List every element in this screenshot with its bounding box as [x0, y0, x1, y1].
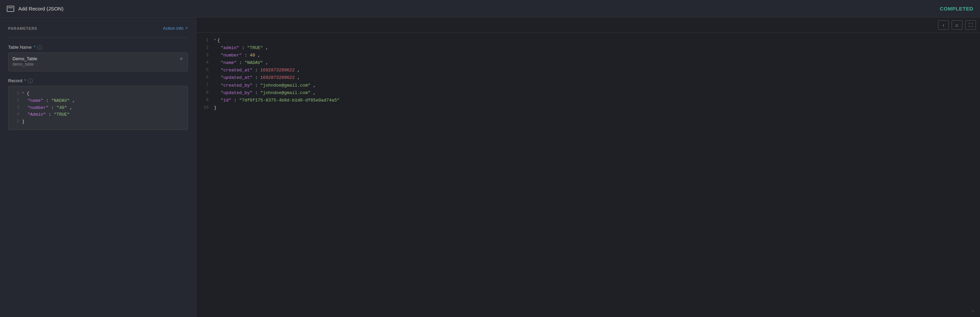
record-line-2: 2 "name" : "NADAV" ,	[13, 97, 183, 105]
status-badge: COMPLETED	[940, 6, 973, 11]
output-line-7: 7 "created_by" : "johndoe@gmail.com" ,	[202, 82, 975, 89]
output-line-3: 3 "number" : 40 ,	[202, 52, 975, 59]
back-icon: ‹	[943, 22, 945, 28]
right-panel: ‹ ⌕ ⛶ 1 ▾ { 2 "admin" : "TRUE	[196, 17, 980, 317]
top-bar: Add Record (JSON) COMPLETED	[0, 0, 980, 17]
back-button[interactable]: ‹	[938, 20, 949, 30]
window-icon	[7, 6, 14, 12]
record-required: *	[24, 78, 26, 83]
output-line-4: 4 "name" : "NADAV" ,	[202, 59, 975, 67]
right-toolbar: ‹ ⌕ ⛶	[196, 17, 980, 33]
record-line-5: 5 }	[13, 119, 183, 125]
table-name-group: Table Name * i Demo_Table demo_table ×	[8, 44, 188, 71]
action-info-label: Action info	[163, 26, 183, 31]
clear-table-name-button[interactable]: ×	[179, 56, 183, 62]
output-line-6: 6 "updated_at" : 1692873289622 ,	[202, 74, 975, 82]
search-icon: ⌕	[955, 22, 959, 28]
expand-icon: ⛶	[969, 23, 972, 27]
left-panel: PARAMETERS Action info ↗ Table Name * i …	[0, 17, 196, 317]
section-header: PARAMETERS Action info ↗	[8, 26, 188, 31]
record-group: Record * i 1 ▾ { 2 "name" :	[8, 78, 188, 130]
table-name-label-row: Table Name * i	[8, 44, 188, 50]
output-line-9: 9 "id" : "7df0f175-8375-4b8d-b1d0-df85e0…	[202, 97, 975, 104]
top-bar-left: Add Record (JSON)	[7, 6, 63, 12]
table-name-required: *	[33, 44, 35, 50]
external-link-icon: ↗	[185, 26, 188, 30]
bottom-chevron: ⌄	[971, 306, 975, 313]
record-label-row: Record * i	[8, 78, 188, 83]
params-label: PARAMETERS	[8, 26, 37, 30]
search-button[interactable]: ⌕	[951, 20, 963, 30]
output-line-1: 1 ▾ {	[202, 37, 975, 44]
record-line-4: 4 "Admin" : "TRUE"	[13, 111, 183, 119]
expand-button[interactable]: ⛶	[965, 20, 976, 30]
output-line-8: 8 "updated_by" : "johndoe@gmail.com" ,	[202, 89, 975, 97]
main-layout: PARAMETERS Action info ↗ Table Name * i …	[0, 17, 980, 317]
divider	[8, 38, 188, 38]
page-title: Add Record (JSON)	[18, 6, 63, 11]
record-line-1: 1 ▾ {	[13, 90, 183, 97]
table-name-values: Demo_Table demo_table	[13, 56, 37, 67]
table-name-info-icon: i	[37, 45, 42, 50]
record-label: Record	[8, 78, 22, 83]
table-name-secondary: demo_table	[13, 62, 37, 67]
output-line-5: 5 "created_at" : 1692873289622 ,	[202, 67, 975, 74]
output-line-10: 10 }	[202, 104, 975, 112]
json-output: 1 ▾ { 2 "admin" : "TRUE" , 3 "number"	[196, 33, 980, 317]
record-editor[interactable]: 1 ▾ { 2 "name" : "NADAV" , 3	[8, 86, 188, 130]
table-name-input[interactable]: Demo_Table demo_table ×	[8, 52, 188, 71]
output-line-2: 2 "admin" : "TRUE" ,	[202, 44, 975, 52]
record-line-3: 3 "number" : "40" ,	[13, 105, 183, 112]
action-info-link[interactable]: Action info ↗	[163, 26, 188, 31]
table-name-label: Table Name	[8, 44, 32, 50]
record-info-icon: i	[28, 78, 33, 83]
table-name-primary: Demo_Table	[13, 56, 37, 61]
